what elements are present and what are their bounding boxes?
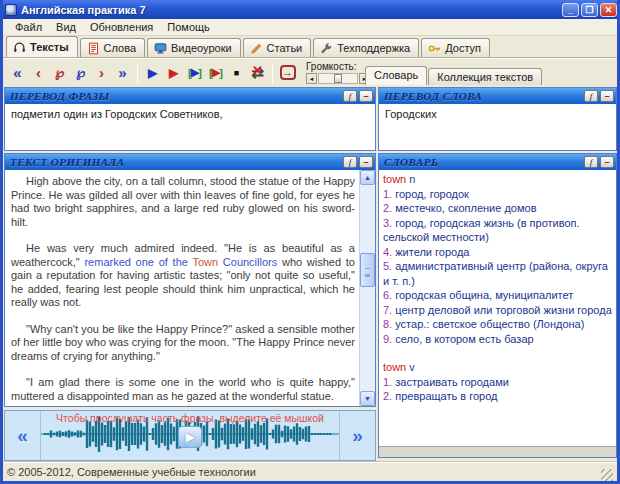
paragraph: He was very much admired indeed. "He is …: [11, 242, 355, 310]
tab-label: Слова: [104, 42, 136, 54]
play-text-button[interactable]: ▶: [142, 62, 163, 83]
tab-Доступ[interactable]: Доступ: [421, 38, 490, 57]
toolbar-separator: [137, 63, 138, 83]
repeat-phrase-button[interactable]: ℘: [49, 62, 70, 83]
word-translation-content: Городских: [379, 104, 616, 150]
word-translation-header: ПЕРЕВОД СЛОВА f –: [379, 88, 616, 104]
collapse-button[interactable]: –: [359, 90, 373, 102]
panel-title: ПЕРЕВОД СЛОВА: [384, 90, 582, 102]
prev-text-button[interactable]: «: [7, 62, 28, 83]
play-fragment-text-button[interactable]: [▶]: [184, 62, 205, 83]
document-icon: [87, 42, 100, 55]
dictionary-definition: 5. административный центр (района, округ…: [383, 259, 613, 288]
tab-Коллекция текстов[interactable]: Коллекция текстов: [428, 68, 542, 85]
play-fragment-phrase-button[interactable]: [▶]: [205, 62, 226, 83]
dictionary-headword: town n: [383, 172, 613, 187]
volume-track[interactable]: [318, 73, 358, 84]
volume-label: Громкость:: [306, 61, 370, 72]
copyright-text: © 2005-2012, Современные учебные техноло…: [7, 466, 601, 478]
menu-item-2[interactable]: Обновления: [83, 20, 160, 34]
tab-Тексты[interactable]: Тексты: [6, 36, 78, 57]
app-window: Английская практика 7 _ ❐ ✕ ФайлВидОбнов…: [0, 0, 620, 484]
repeat-slow-button[interactable]: ℘: [70, 62, 91, 83]
waveform-area[interactable]: Чтобы прослушать часть фразы, выделите е…: [41, 411, 339, 460]
forward-phrase-button[interactable]: »: [339, 411, 375, 460]
volume-control: Громкость: ◂ ▸: [306, 61, 370, 85]
menu-bar: ФайлВидОбновленияПомощь: [3, 19, 617, 36]
close-button[interactable]: ✕: [600, 3, 617, 17]
tab-Статьи[interactable]: Статьи: [243, 38, 312, 57]
play-phrase-button[interactable]: ▶: [163, 62, 184, 83]
original-text-scrollbar[interactable]: ▲ ▼: [359, 170, 375, 406]
monitor-icon: [154, 42, 167, 55]
dictionary-definition: 6. городская община, муниципалитет: [383, 288, 613, 303]
minimize-button[interactable]: _: [562, 3, 579, 17]
dictionary-hscrollbar[interactable]: [379, 446, 616, 457]
app-icon: [5, 4, 17, 16]
stop-button[interactable]: ■: [226, 62, 247, 83]
panel-title: ТЕКСТ ОРИГИНАЛА: [10, 156, 341, 168]
collapse-button[interactable]: –: [600, 90, 614, 102]
font-button[interactable]: f: [584, 156, 598, 168]
phrase-translation-content: подметил один из Городских Советников,: [5, 104, 375, 150]
tab-label: Статьи: [267, 42, 303, 54]
status-bar: © 2005-2012, Современные учебные техноло…: [3, 461, 617, 481]
scrollbar-thumb[interactable]: [360, 253, 375, 287]
audio-player-panel: « Чтобы прослушать часть фразы, выделите…: [4, 410, 376, 461]
font-button[interactable]: f: [343, 156, 357, 168]
next-text-button[interactable]: »: [112, 62, 133, 83]
original-text-header: ТЕКСТ ОРИГИНАЛА f –: [5, 154, 375, 170]
tab-Видеоуроки[interactable]: Видеоуроки: [147, 38, 241, 57]
original-text-panel: ТЕКСТ ОРИГИНАЛА f – High above the city,…: [4, 153, 376, 407]
dictionary-content: town n1. город, городок2. местечко, скоп…: [379, 170, 616, 457]
window-title: Английская практика 7: [21, 4, 562, 16]
maximize-button[interactable]: ❐: [581, 3, 598, 17]
menu-item-0[interactable]: Файл: [8, 20, 49, 34]
dictionary-definition: 3. город, городская жизнь (в противоп. с…: [383, 216, 613, 245]
toolbar-buttons: «‹℘℘›»▶▶[▶][▶]■⇄✕→: [7, 61, 298, 85]
paragraph: "I am glad there is some one in the worl…: [11, 376, 355, 403]
collapse-button[interactable]: –: [600, 156, 614, 168]
dictionary-definition: 8. устар.: светское общество (Лондона): [383, 317, 613, 332]
dictionary-headword: town v: [383, 360, 613, 375]
next-phrase-button[interactable]: ›: [91, 62, 112, 83]
font-button[interactable]: f: [343, 90, 357, 102]
tab-Техподдержка[interactable]: Техподдержка: [313, 38, 419, 57]
menu-item-1[interactable]: Вид: [49, 20, 83, 34]
collapse-button[interactable]: –: [359, 156, 373, 168]
menu-item-3[interactable]: Помощь: [160, 20, 217, 34]
tab-label: Доступ: [445, 42, 481, 54]
dictionary-header: СЛОВАРЬ f –: [379, 154, 616, 170]
dictionary-definition: 2. превращать в город: [383, 389, 613, 404]
play-button[interactable]: ▶: [178, 425, 202, 447]
main-tab-bar: ТекстыСловаВидеоурокиСтатьиТехподдержкаД…: [3, 36, 617, 58]
scrollbar-track[interactable]: [360, 185, 375, 391]
tab-label: Видеоуроки: [171, 42, 232, 54]
volume-thumb[interactable]: [334, 74, 342, 83]
scroll-down-icon[interactable]: ▼: [360, 391, 375, 406]
tab-label: Тексты: [30, 41, 69, 53]
tab-Слова[interactable]: Слова: [80, 38, 145, 57]
word-translation-panel: ПЕРЕВОД СЛОВА f – Городских: [378, 87, 617, 151]
tab-label: Техподдержка: [337, 42, 410, 54]
title-bar: Английская практика 7 _ ❐ ✕: [0, 0, 620, 19]
dictionary-definition: 7. центр деловой или торговой жизни горо…: [383, 303, 613, 318]
wrench-icon: [320, 42, 333, 55]
exit-button[interactable]: →: [277, 62, 298, 83]
dictionary-panel: СЛОВАРЬ f – town n1. город, городок2. ме…: [378, 153, 617, 458]
tab-Словарь[interactable]: Словарь: [365, 66, 427, 85]
dictionary-definition: 9. село, в котором есть базар: [383, 332, 613, 347]
volume-slider[interactable]: ◂ ▸: [306, 73, 370, 85]
dictionary-definition: 2. местечко, скопление домов: [383, 201, 613, 216]
resize-grip-icon[interactable]: [601, 469, 613, 481]
prev-phrase-button[interactable]: ‹: [28, 62, 49, 83]
scroll-up-icon[interactable]: ▲: [360, 170, 375, 185]
original-text-content[interactable]: High above the city, on a tall column, s…: [5, 170, 359, 406]
no-repeat-button[interactable]: ⇄✕: [247, 62, 268, 83]
rewind-phrase-button[interactable]: «: [5, 411, 41, 460]
toolbar-separator: [272, 63, 273, 83]
dictionary-definition: 4. жители города: [383, 245, 613, 260]
volume-down-button[interactable]: ◂: [306, 73, 317, 84]
font-button[interactable]: f: [584, 90, 598, 102]
key-icon: [428, 42, 441, 55]
